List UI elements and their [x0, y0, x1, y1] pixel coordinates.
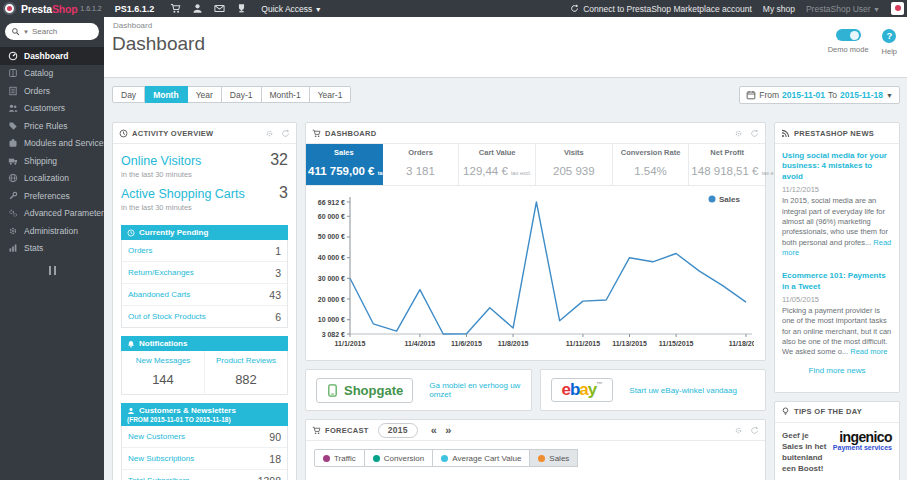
ebay-logo: ebay™ [551, 378, 614, 403]
new-messages-cell[interactable]: New Messages 144 [122, 351, 205, 394]
list-item: Orders1 [122, 240, 287, 262]
search-icon[interactable] [11, 27, 20, 36]
period-month-button[interactable]: Month [145, 86, 188, 103]
total-subscribers-link[interactable]: Total Subscribers [128, 476, 189, 480]
period-day-1-button[interactable]: Day-1 [222, 86, 262, 103]
sidebar-item-shipping[interactable]: Shipping [0, 152, 104, 170]
online-visitors-value: 32 [270, 151, 288, 169]
quick-access-menu[interactable]: Quick Access ▼ [261, 4, 321, 14]
forecast-panel: FORECAST 2015 « » Traffic [305, 419, 766, 480]
shop-name: PS1.6.1.2 [115, 4, 155, 14]
customers-quick-icon[interactable] [192, 3, 203, 14]
forecast-next-button[interactable]: » [441, 425, 455, 436]
sidebar-item-administration[interactable]: Administration [0, 222, 104, 240]
read-more-link[interactable]: Read more [850, 347, 887, 356]
kpi-conversion-rate[interactable]: Conversion Rate 1.54% [613, 144, 690, 185]
ingenico-logo: ingenico Payment services [833, 430, 892, 452]
sidebar-item-catalog[interactable]: Catalog [0, 65, 104, 83]
sidebar-item-localization[interactable]: Localization [0, 170, 104, 188]
period-year-1-button[interactable]: Year-1 [310, 86, 352, 103]
abandoned-carts-link[interactable]: Abandoned Carts [128, 290, 190, 299]
gear-icon[interactable] [734, 426, 743, 435]
new-customers-link[interactable]: New Customers [128, 432, 185, 441]
date-range-picker[interactable]: From 2015-11-01 To 2015-11-18 ▼ [739, 86, 900, 104]
refresh-icon[interactable] [281, 129, 290, 138]
search-input[interactable] [32, 27, 90, 36]
my-shop-link[interactable]: My shop [763, 4, 795, 14]
svg-text:66 912 €: 66 912 € [318, 199, 345, 206]
tab-conversion[interactable]: Conversion [365, 449, 433, 467]
list-item: Out of Stock Products6 [122, 306, 287, 327]
news-article-title[interactable]: Using social media for your business: 4 … [782, 151, 892, 182]
kpi-orders[interactable]: Orders 3 181 [383, 144, 460, 185]
activity-overview-panel: ACTIVITY OVERVIEW Online Visitors 32 in … [112, 122, 297, 480]
cart-icon [312, 129, 321, 138]
messages-icon[interactable] [214, 3, 225, 14]
product-reviews-cell[interactable]: Product Reviews 882 [205, 351, 287, 394]
period-year-button[interactable]: Year [188, 86, 222, 103]
svg-text:30 000 €: 30 000 € [318, 275, 345, 282]
active-carts-link[interactable]: Active Shopping Carts [121, 187, 245, 201]
help-icon[interactable]: ? [882, 29, 896, 43]
sidebar-item-preferences[interactable]: Preferences [0, 187, 104, 205]
chevron-down-icon[interactable]: ▼ [23, 29, 29, 35]
sidebar-item-dashboard[interactable]: Dashboard [0, 47, 104, 65]
ebay-link[interactable]: Start uw eBay-winkel vandaag [629, 386, 737, 395]
new-subscriptions-link[interactable]: New Subscriptions [128, 454, 194, 463]
lightbulb-icon [781, 407, 790, 416]
kpi-sales[interactable]: Sales 411 759,00 € tax excl. [306, 144, 383, 185]
svg-text:11/11/2015: 11/11/2015 [566, 340, 600, 347]
sidebar-item-stats[interactable]: Stats [0, 240, 104, 258]
sidebar-collapse-button[interactable] [49, 266, 56, 275]
shopgate-link[interactable]: Ga mobiel en verhoog uw omzet [429, 381, 520, 399]
active-carts-value: 3 [279, 184, 288, 202]
customers-icon [8, 103, 18, 113]
dashboard-panel-title: DASHBOARD [325, 129, 376, 138]
average-cart-value-dot-icon [441, 455, 448, 462]
tab-average-cart-value[interactable]: Average Cart Value [433, 449, 530, 467]
price-rules-icon [8, 121, 18, 131]
svg-text:11/4/2015: 11/4/2015 [404, 340, 435, 347]
brand-name: PrestaShop [21, 3, 77, 15]
sidebar-item-modules[interactable]: Modules and Services [0, 135, 104, 153]
kpi-visits[interactable]: Visits 205 939 [536, 144, 613, 185]
avatar[interactable] [891, 2, 904, 15]
forecast-prev-button[interactable]: « [427, 425, 441, 436]
refresh-icon[interactable] [750, 426, 759, 435]
dashboard-icon [8, 51, 18, 61]
news-article-title[interactable]: Ecommerce 101: Payments in a Tweet [782, 271, 892, 292]
user-menu[interactable]: PrestaShop User ▼ [806, 4, 880, 14]
sidebar: ▼ Dashboard Catalog Orders Customers Pri… [0, 17, 104, 480]
kpi-net-profit[interactable]: Net Profit 148 918,51 € tax excl. [689, 144, 765, 185]
stats-icon [8, 243, 18, 253]
kpi-cart-value[interactable]: Cart Value 129,44 € tax excl. [459, 144, 536, 185]
online-visitors-sub: in the last 30 minutes [121, 170, 288, 179]
sidebar-item-orders[interactable]: Orders [0, 82, 104, 100]
find-more-news-link[interactable]: Find more news [782, 358, 892, 385]
tab-traffic[interactable]: Traffic [314, 449, 365, 467]
marketplace-connect-link[interactable]: Connect to PrestaShop Marketplace accoun… [570, 4, 752, 14]
out-of-stock-link[interactable]: Out of Stock Products [128, 312, 206, 321]
dashboard-panel: DASHBOARD Sales 411 759,00 € tax excl. [305, 122, 766, 361]
cart-icon[interactable] [170, 3, 181, 14]
prestashop-news-panel: PRESTASHOP NEWS Using social media for y… [774, 122, 900, 393]
online-visitors-link[interactable]: Online Visitors [121, 154, 201, 168]
sidebar-item-price-rules[interactable]: Price Rules [0, 117, 104, 135]
sidebar-item-advanced-parameters[interactable]: Advanced Parameters [0, 205, 104, 223]
bell-icon [127, 340, 135, 348]
refresh-icon[interactable] [750, 129, 759, 138]
gear-icon[interactable] [734, 129, 743, 138]
sidebar-item-customers[interactable]: Customers [0, 100, 104, 118]
gear-icon[interactable] [265, 129, 274, 138]
clock-icon [127, 229, 135, 237]
demo-mode-control: Demo mode [828, 29, 869, 54]
trophy-icon[interactable] [236, 3, 247, 14]
orders-link[interactable]: Orders [128, 246, 152, 255]
period-month-1-button[interactable]: Month-1 [262, 86, 310, 103]
period-day-button[interactable]: Day [112, 86, 145, 103]
sidebar-search[interactable]: ▼ [5, 23, 99, 40]
page-title: Dashboard [104, 30, 907, 55]
tab-sales[interactable]: Sales [530, 449, 578, 467]
returns-link[interactable]: Return/Exchanges [128, 268, 194, 277]
demo-mode-toggle[interactable] [836, 29, 861, 41]
